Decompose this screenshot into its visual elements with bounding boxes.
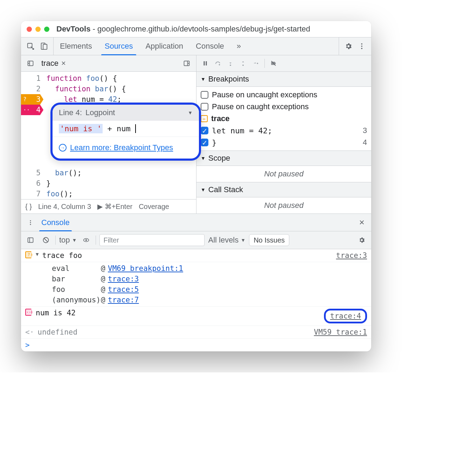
console-log-row[interactable]: ·· num is 42 trace:4 <box>21 307 371 326</box>
tab-sources[interactable]: Sources <box>98 37 139 55</box>
source-link[interactable]: trace:7 <box>108 296 367 304</box>
help-icon: → <box>59 144 67 152</box>
chevron-down-icon: ▼ <box>201 76 206 82</box>
context-selector[interactable]: top▼ <box>59 236 77 245</box>
code-editor[interactable]: 1function foo() { 2 function bar() { ?3 … <box>21 72 196 214</box>
breakpoint-item[interactable]: ✓ } 4 <box>201 136 367 148</box>
panel-tabstrip: Elements Sources Application Console » <box>21 37 371 55</box>
more-tabs-icon[interactable] <box>181 57 193 69</box>
stack-trace: eval@VM69 breakpoint:1 bar@trace:3 foo@t… <box>25 264 367 304</box>
logpoint-expression-input[interactable]: 'num is ' + num <box>53 121 199 137</box>
script-icon: ⇔ <box>201 115 208 122</box>
return-arrow-icon: <· <box>25 328 34 336</box>
close-window-button[interactable] <box>27 27 32 32</box>
tab-elements[interactable]: Elements <box>54 37 98 55</box>
svg-point-10 <box>219 64 220 65</box>
run-snippet-button[interactable]: ▶ ⌘+Enter <box>97 202 132 211</box>
breakpoint-edit-popover: Line 4: Logpoint ▼ 'num is ' + num → Lea… <box>50 103 201 161</box>
more-menu-icon[interactable] <box>356 40 368 52</box>
source-link[interactable]: trace:3 <box>108 275 367 283</box>
console-prompt[interactable]: > <box>21 339 371 351</box>
tabs-overflow-icon[interactable]: » <box>230 37 247 55</box>
source-link[interactable]: trace:3 <box>336 251 367 260</box>
console-drawer: Console × top▼ Filter All levels▼ No Iss… <box>21 214 371 351</box>
sources-toolbar: trace × <box>21 55 371 72</box>
chevron-down-icon[interactable]: ▼ <box>188 110 193 115</box>
svg-rect-17 <box>28 238 33 242</box>
file-tab-label: trace <box>41 59 58 68</box>
expand-icon[interactable]: ▼ <box>36 251 39 257</box>
devtools-window: DevTools - googlechrome.github.io/devtoo… <box>21 21 371 351</box>
console-trace-row[interactable]: ? ▼ trace foo trace:3 <box>21 249 371 262</box>
svg-point-4 <box>361 46 362 47</box>
debugger-sidebar: ▼ Breakpoints Pause on uncaught exceptio… <box>196 72 371 214</box>
issues-button[interactable]: No Issues <box>249 234 289 246</box>
checkbox-icon[interactable]: ✓ <box>201 127 208 134</box>
step-into-button[interactable] <box>225 58 236 69</box>
coverage-button[interactable]: Coverage <box>139 203 169 211</box>
logpoint-line-label: Line 4: <box>59 108 82 117</box>
console-filter-input[interactable]: Filter <box>99 234 205 246</box>
learn-more-link[interactable]: Learn more: Breakpoint Types <box>70 143 173 152</box>
source-link[interactable]: trace:5 <box>108 285 367 294</box>
pretty-print-button[interactable]: { } <box>25 203 32 211</box>
inspect-element-icon[interactable] <box>25 40 36 52</box>
svg-rect-2 <box>43 44 47 50</box>
tab-application[interactable]: Application <box>139 37 189 55</box>
navigator-toggle-icon[interactable] <box>25 57 36 69</box>
pause-button[interactable] <box>200 58 210 69</box>
logpoint-icon: ·· <box>25 309 32 316</box>
svg-point-16 <box>30 224 31 225</box>
breakpoint-item[interactable]: ✓ let num = 42; 3 <box>201 125 367 136</box>
settings-gear-icon[interactable] <box>343 40 354 52</box>
svg-point-3 <box>361 43 362 45</box>
deactivate-breakpoints-button[interactable] <box>268 58 279 69</box>
drawer-tab-console[interactable]: Console <box>36 214 75 231</box>
svg-point-20 <box>85 239 87 241</box>
close-drawer-icon[interactable]: × <box>356 217 368 229</box>
window-controls <box>27 27 49 32</box>
debugger-toolbar <box>196 55 371 71</box>
editor-statusbar: { } Line 4, Column 3 ▶ ⌘+Enter Coverage <box>21 199 196 214</box>
tab-console[interactable]: Console <box>189 37 230 55</box>
minimize-window-button[interactable] <box>35 27 41 32</box>
step-over-button[interactable] <box>213 58 223 69</box>
console-toolbar: top▼ Filter All levels▼ No Issues <box>21 231 371 249</box>
conditional-bp-icon: ? <box>25 251 32 258</box>
scope-section-header[interactable]: ▼ Scope <box>196 150 371 166</box>
zoom-window-button[interactable] <box>44 27 49 32</box>
drawer-menu-icon[interactable] <box>25 217 36 229</box>
checkbox-icon[interactable]: ✓ <box>201 139 208 146</box>
svg-point-14 <box>30 220 31 221</box>
svg-rect-9 <box>206 61 207 65</box>
svg-point-15 <box>30 222 31 223</box>
breakpoint-script[interactable]: ⇔ trace <box>201 113 367 125</box>
pause-uncaught-checkbox[interactable]: Pause on uncaught exceptions <box>201 89 367 101</box>
breakpoints-section-header[interactable]: ▼ Breakpoints <box>196 72 371 87</box>
svg-point-12 <box>242 64 244 66</box>
scope-not-paused: Not paused <box>196 166 371 182</box>
svg-point-11 <box>230 64 231 66</box>
close-file-icon[interactable]: × <box>61 59 66 68</box>
callstack-section-header[interactable]: ▼ Call Stack <box>196 182 371 197</box>
live-expression-icon[interactable] <box>80 234 92 246</box>
file-tab-trace[interactable]: trace × <box>39 57 68 69</box>
step-out-button[interactable] <box>238 58 248 69</box>
source-link[interactable]: VM59 trace:1 <box>314 328 367 336</box>
console-settings-icon[interactable] <box>356 234 368 246</box>
console-return-row[interactable]: <· undefined VM59 trace:1 <box>21 326 371 339</box>
console-sidebar-toggle-icon[interactable] <box>25 234 36 246</box>
step-button[interactable] <box>250 58 261 69</box>
log-levels-selector[interactable]: All levels▼ <box>208 236 246 245</box>
svg-point-13 <box>257 63 258 64</box>
device-toolbar-icon[interactable] <box>38 40 50 52</box>
window-title: DevTools - googlechrome.github.io/devtoo… <box>56 24 310 34</box>
pause-caught-checkbox[interactable]: Pause on caught exceptions <box>201 101 367 113</box>
breakpoint-type-select[interactable]: Logpoint <box>85 108 115 117</box>
source-link-highlighted[interactable]: trace:4 <box>324 309 367 323</box>
cursor-position: Line 4, Column 3 <box>38 203 91 211</box>
panel-tabs: Elements Sources Application Console » <box>54 37 247 55</box>
titlebar: DevTools - googlechrome.github.io/devtoo… <box>21 21 371 37</box>
clear-console-icon[interactable] <box>40 234 52 246</box>
source-link[interactable]: VM69 breakpoint:1 <box>108 264 367 273</box>
